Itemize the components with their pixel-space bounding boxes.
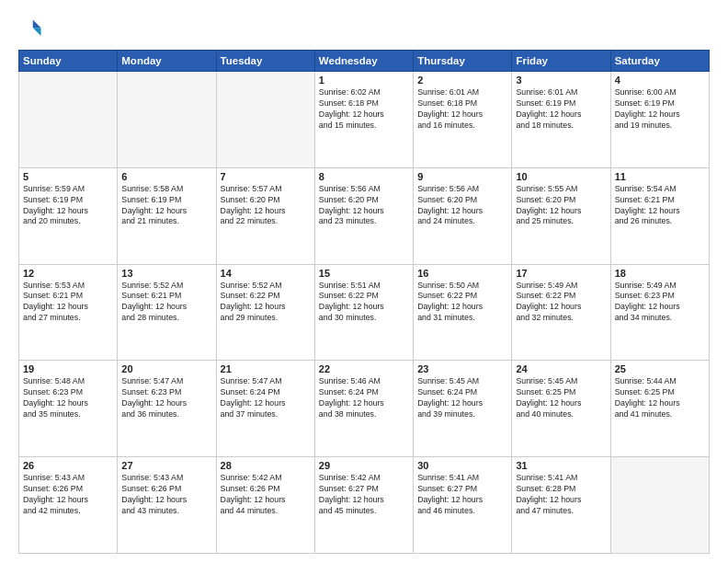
day-number: 1 xyxy=(319,75,409,86)
day-number: 26 xyxy=(23,460,113,471)
day-number: 15 xyxy=(319,268,409,279)
day-number: 6 xyxy=(121,171,211,182)
day-info: Sunrise: 6:02 AM Sunset: 6:18 PM Dayligh… xyxy=(319,87,409,132)
day-number: 22 xyxy=(319,363,409,374)
day-number: 19 xyxy=(23,363,113,374)
calendar-cell: 22Sunrise: 5:46 AM Sunset: 6:24 PM Dayli… xyxy=(314,361,413,457)
weekday-header-monday: Monday xyxy=(118,51,216,72)
calendar-cell: 16Sunrise: 5:50 AM Sunset: 6:22 PM Dayli… xyxy=(414,264,512,361)
svg-marker-0 xyxy=(33,20,41,29)
day-number: 14 xyxy=(221,268,311,279)
day-info: Sunrise: 5:47 AM Sunset: 6:24 PM Dayligh… xyxy=(221,376,311,420)
day-number: 28 xyxy=(221,460,311,471)
day-number: 27 xyxy=(121,460,211,471)
calendar-cell: 28Sunrise: 5:42 AM Sunset: 6:26 PM Dayli… xyxy=(216,457,314,554)
day-number: 5 xyxy=(23,171,113,182)
calendar-cell xyxy=(610,457,709,554)
day-info: Sunrise: 5:59 AM Sunset: 6:19 PM Dayligh… xyxy=(23,184,113,228)
calendar-cell: 21Sunrise: 5:47 AM Sunset: 6:24 PM Dayli… xyxy=(216,361,314,457)
calendar-cell: 13Sunrise: 5:52 AM Sunset: 6:21 PM Dayli… xyxy=(118,264,216,361)
day-info: Sunrise: 5:52 AM Sunset: 6:22 PM Dayligh… xyxy=(221,281,311,325)
calendar-cell: 3Sunrise: 6:01 AM Sunset: 6:19 PM Daylig… xyxy=(512,72,610,168)
weekday-header-saturday: Saturday xyxy=(610,51,709,72)
calendar-week-3: 12Sunrise: 5:53 AM Sunset: 6:21 PM Dayli… xyxy=(19,264,710,361)
calendar-cell: 25Sunrise: 5:44 AM Sunset: 6:25 PM Dayli… xyxy=(610,361,709,457)
day-info: Sunrise: 5:41 AM Sunset: 6:28 PM Dayligh… xyxy=(516,473,606,517)
calendar-cell: 1Sunrise: 6:02 AM Sunset: 6:18 PM Daylig… xyxy=(314,72,413,168)
calendar-table: SundayMondayTuesdayWednesdayThursdayFrid… xyxy=(18,50,710,554)
calendar-cell: 8Sunrise: 5:56 AM Sunset: 6:20 PM Daylig… xyxy=(314,167,413,264)
header xyxy=(18,17,710,42)
day-info: Sunrise: 5:52 AM Sunset: 6:21 PM Dayligh… xyxy=(121,281,211,325)
calendar-cell: 27Sunrise: 5:43 AM Sunset: 6:26 PM Dayli… xyxy=(118,457,216,554)
calendar-cell xyxy=(118,72,216,168)
day-info: Sunrise: 5:44 AM Sunset: 6:25 PM Dayligh… xyxy=(615,376,705,420)
day-number: 2 xyxy=(417,75,507,86)
weekday-header-friday: Friday xyxy=(512,51,610,72)
day-info: Sunrise: 5:49 AM Sunset: 6:23 PM Dayligh… xyxy=(615,281,705,325)
day-info: Sunrise: 5:53 AM Sunset: 6:21 PM Dayligh… xyxy=(23,281,113,325)
day-info: Sunrise: 5:56 AM Sunset: 6:20 PM Dayligh… xyxy=(417,184,507,228)
calendar-cell xyxy=(19,72,118,168)
day-info: Sunrise: 5:45 AM Sunset: 6:25 PM Dayligh… xyxy=(516,376,606,420)
day-info: Sunrise: 6:01 AM Sunset: 6:19 PM Dayligh… xyxy=(516,87,606,132)
day-number: 12 xyxy=(23,268,113,279)
day-info: Sunrise: 6:00 AM Sunset: 6:19 PM Dayligh… xyxy=(615,87,705,132)
logo-icon xyxy=(18,17,44,42)
weekday-header-row: SundayMondayTuesdayWednesdayThursdayFrid… xyxy=(19,51,710,72)
day-number: 25 xyxy=(615,363,705,374)
calendar-cell: 23Sunrise: 5:45 AM Sunset: 6:24 PM Dayli… xyxy=(414,361,512,457)
day-number: 17 xyxy=(516,268,606,279)
day-number: 30 xyxy=(417,460,507,471)
day-number: 23 xyxy=(417,363,507,374)
calendar-cell: 30Sunrise: 5:41 AM Sunset: 6:27 PM Dayli… xyxy=(414,457,512,554)
calendar-cell: 18Sunrise: 5:49 AM Sunset: 6:23 PM Dayli… xyxy=(610,264,709,361)
day-info: Sunrise: 5:42 AM Sunset: 6:27 PM Dayligh… xyxy=(319,473,409,517)
day-info: Sunrise: 5:45 AM Sunset: 6:24 PM Dayligh… xyxy=(417,376,507,420)
day-number: 7 xyxy=(221,171,311,182)
calendar-cell: 6Sunrise: 5:58 AM Sunset: 6:19 PM Daylig… xyxy=(118,167,216,264)
day-number: 31 xyxy=(516,460,606,471)
calendar-cell: 15Sunrise: 5:51 AM Sunset: 6:22 PM Dayli… xyxy=(314,264,413,361)
day-info: Sunrise: 5:51 AM Sunset: 6:22 PM Dayligh… xyxy=(319,281,409,325)
day-info: Sunrise: 5:46 AM Sunset: 6:24 PM Dayligh… xyxy=(319,376,409,420)
calendar-cell: 19Sunrise: 5:48 AM Sunset: 6:23 PM Dayli… xyxy=(19,361,118,457)
day-number: 29 xyxy=(319,460,409,471)
day-number: 9 xyxy=(417,171,507,182)
day-info: Sunrise: 5:58 AM Sunset: 6:19 PM Dayligh… xyxy=(121,184,211,228)
day-info: Sunrise: 5:57 AM Sunset: 6:20 PM Dayligh… xyxy=(221,184,311,228)
day-info: Sunrise: 6:01 AM Sunset: 6:18 PM Dayligh… xyxy=(417,87,507,132)
svg-marker-1 xyxy=(33,28,41,36)
day-info: Sunrise: 5:56 AM Sunset: 6:20 PM Dayligh… xyxy=(319,184,409,228)
day-number: 13 xyxy=(121,268,211,279)
calendar-cell: 11Sunrise: 5:54 AM Sunset: 6:21 PM Dayli… xyxy=(610,167,709,264)
calendar-cell: 12Sunrise: 5:53 AM Sunset: 6:21 PM Dayli… xyxy=(19,264,118,361)
calendar-cell: 7Sunrise: 5:57 AM Sunset: 6:20 PM Daylig… xyxy=(216,167,314,264)
day-number: 8 xyxy=(319,171,409,182)
day-number: 16 xyxy=(417,268,507,279)
calendar-week-4: 19Sunrise: 5:48 AM Sunset: 6:23 PM Dayli… xyxy=(19,361,710,457)
calendar-week-5: 26Sunrise: 5:43 AM Sunset: 6:26 PM Dayli… xyxy=(19,457,710,554)
day-info: Sunrise: 5:49 AM Sunset: 6:22 PM Dayligh… xyxy=(516,281,606,325)
day-info: Sunrise: 5:48 AM Sunset: 6:23 PM Dayligh… xyxy=(23,376,113,420)
calendar-cell: 9Sunrise: 5:56 AM Sunset: 6:20 PM Daylig… xyxy=(414,167,512,264)
day-number: 3 xyxy=(516,75,606,86)
day-number: 4 xyxy=(615,75,705,86)
day-info: Sunrise: 5:41 AM Sunset: 6:27 PM Dayligh… xyxy=(417,473,507,517)
day-info: Sunrise: 5:42 AM Sunset: 6:26 PM Dayligh… xyxy=(221,473,311,517)
calendar-week-2: 5Sunrise: 5:59 AM Sunset: 6:19 PM Daylig… xyxy=(19,167,710,264)
page: SundayMondayTuesdayWednesdayThursdayFrid… xyxy=(0,0,728,563)
day-number: 10 xyxy=(516,171,606,182)
weekday-header-wednesday: Wednesday xyxy=(314,51,413,72)
calendar-cell: 24Sunrise: 5:45 AM Sunset: 6:25 PM Dayli… xyxy=(512,361,610,457)
day-number: 24 xyxy=(516,363,606,374)
calendar-cell: 31Sunrise: 5:41 AM Sunset: 6:28 PM Dayli… xyxy=(512,457,610,554)
weekday-header-tuesday: Tuesday xyxy=(216,51,314,72)
day-number: 21 xyxy=(221,363,311,374)
day-info: Sunrise: 5:47 AM Sunset: 6:23 PM Dayligh… xyxy=(121,376,211,420)
logo xyxy=(18,17,48,42)
day-number: 18 xyxy=(615,268,705,279)
day-number: 20 xyxy=(121,363,211,374)
calendar-cell: 17Sunrise: 5:49 AM Sunset: 6:22 PM Dayli… xyxy=(512,264,610,361)
calendar-cell: 14Sunrise: 5:52 AM Sunset: 6:22 PM Dayli… xyxy=(216,264,314,361)
